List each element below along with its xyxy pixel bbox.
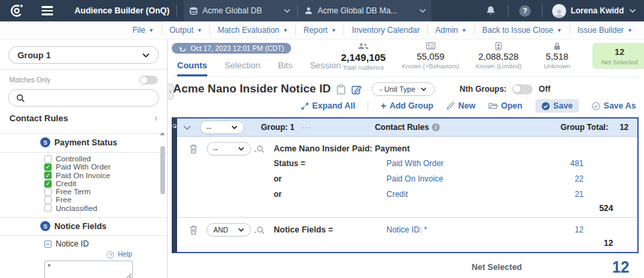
user-name[interactable]: Lorena Kwidd [571,6,624,15]
notice-fields-title: Notice Fields [54,222,107,231]
notifications-bell-icon[interactable] [481,5,501,16]
checkbox-paid-with-order[interactable]: Paid With Order [44,163,167,171]
notice-id-field-row: − Notice ID [0,236,167,250]
delete-trash-icon[interactable] [189,144,198,154]
menu-issue-builder[interactable]: Issue Builder▼ [570,25,640,36]
rule-condition: or Credit 21 [177,186,637,202]
checkbox[interactable] [44,188,52,196]
checkbox-credit[interactable]: Credit [44,180,167,188]
check-circle-outline-icon [592,102,600,111]
help-icon[interactable]: ? [515,5,535,17]
person-icon [305,7,313,15]
checkbox-free[interactable]: Free [44,196,167,204]
checkbox[interactable] [44,196,52,204]
expand-all-button[interactable]: Expand All [301,101,368,111]
tab-bits[interactable]: Bits [278,60,292,76]
refresh-timestamp: Oct 17, 2023 12:01 PM (CDT) [191,44,284,52]
screen: Audience Builder (OnQ) Acme Global DB [0,0,644,278]
open-button[interactable]: Open [488,101,523,111]
rule-operator-select[interactable]: -- [207,142,251,155]
contact-card-icon [402,42,460,51]
checkbox[interactable] [44,155,52,163]
checkbox[interactable] [44,204,52,212]
notice-id-query-input[interactable]: * [44,261,133,278]
sidebar-contact-rules[interactable]: Contact Rules › [0,107,167,128]
menu-match-evaluation[interactable]: Match Evaluation▼ [209,25,295,36]
payment-status-title: Payment Status [54,138,117,147]
checkbox-free-term[interactable]: Free Term [44,188,167,196]
save-button[interactable]: Save [535,99,579,113]
tab-session[interactable]: Session [310,60,341,76]
chevron-down-icon[interactable] [629,9,636,13]
user-avatar[interactable] [552,4,566,18]
add-group-button[interactable]: + Add Group [381,101,433,111]
stat-unknown: 5,518 Unknown [537,42,576,70]
condition-count: 481 [549,159,584,168]
group-operator-select[interactable]: -- [200,121,244,134]
edit-pencil-icon[interactable] [352,84,362,94]
condition-value-link[interactable]: Notice ID: * [386,225,549,234]
group-select[interactable]: Group 1 [8,46,159,64]
header-left: Oct 17, 2023 12:01 PM (CDT) Counts Selec… [172,40,341,76]
unit-type-select[interactable]: - Unit Type [372,82,435,96]
new-button[interactable]: New [446,101,476,111]
group-header: -- Group: 1 ··· Contact Rules i Group To… [177,119,637,137]
refresh-timestamp-pill[interactable]: Oct 17, 2023 12:01 PM (CDT) [172,43,291,54]
matches-only-toggle[interactable] [140,76,158,84]
condition-value-link[interactable]: Paid With Order [386,159,549,168]
chevron-down-icon [421,87,427,91]
collapse-minus-icon[interactable]: − [44,240,52,248]
notice-fields-header[interactable]: S Notice Fields [0,218,167,234]
database-selector[interactable]: Acme Global DB [189,6,291,15]
sidebar-collapse-handle[interactable]: ‹ [168,84,174,100]
condition-value-link[interactable]: Credit [386,190,549,199]
scrollbar-thumb[interactable] [160,146,165,194]
scroll-up-arrow-icon[interactable] [160,132,165,135]
help-link[interactable]: ? Help [0,250,167,260]
checkbox[interactable] [44,171,52,179]
nth-groups-label: Nth Groups: [460,84,506,94]
menu-hamburger-icon[interactable] [42,6,53,15]
sidebar-search[interactable] [8,89,159,107]
app-logo-icon[interactable] [9,3,24,18]
account-selector[interactable]: Acme Global DB Ma... [305,6,426,15]
contact-rules-label: Contact Rules [9,113,68,123]
menu-report[interactable]: Report▼ [295,25,343,36]
check-circle-filled-icon [541,102,550,111]
checkbox-controlled[interactable]: Controlled [44,155,167,163]
chevron-right-icon: › [154,113,158,123]
topbar: Audience Builder (OnQ) Acme Global DB [0,0,644,21]
menu-output[interactable]: Output▼ [162,25,210,36]
info-icon[interactable]: i [431,123,439,131]
rule-operator-select[interactable]: AND [207,223,251,236]
chevron-down-icon [238,147,244,151]
checkbox[interactable] [44,163,52,171]
checkbox-unclassified[interactable]: Unclassified [44,204,167,212]
chevron-down-icon [284,9,290,13]
menubar: File▼ Output▼ Match Evaluation▼ Report▼ … [0,21,644,40]
menu-inventory-calendar[interactable]: Inventory Calendar [343,25,427,36]
rule-lookup-icon[interactable] [254,145,274,153]
divider [176,5,177,17]
search-input[interactable] [29,93,151,102]
nth-groups-toggle[interactable] [513,84,533,94]
rule-lookup-icon[interactable] [254,226,274,234]
rules-table: -- Group: 1 ··· Contact Rules i Group To… [172,117,639,253]
sidebar-scrollbar[interactable] [160,132,165,277]
checkbox[interactable] [44,180,52,188]
condition-count: 12 [549,225,584,234]
delete-trash-icon[interactable] [189,225,198,235]
menu-admin[interactable]: Admin▼ [427,25,474,36]
group-menu-ellipsis[interactable]: ··· [301,123,311,132]
condition-value-link[interactable]: Paid On Invoice [386,174,549,184]
copy-clipboard-icon[interactable] [337,84,345,94]
menu-file[interactable]: File▼ [125,25,161,36]
main-panel: Oct 17, 2023 12:01 PM (CDT) Counts Selec… [168,40,644,278]
tab-selection[interactable]: Selection [225,60,260,76]
checkbox-paid-on-invoice[interactable]: Paid On Invoice [44,171,167,180]
tab-counts[interactable]: Counts [177,60,207,76]
payment-status-header[interactable]: S Payment Status [0,134,167,151]
save-as-button[interactable]: Save As [592,101,636,111]
group-collapse-chevron-icon[interactable] [183,125,191,130]
menu-back-to-issue-close[interactable]: Back to Issue Close▼ [474,25,570,36]
